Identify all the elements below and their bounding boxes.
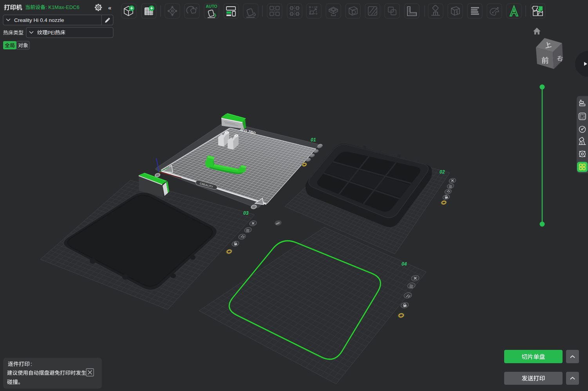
svg-text:: K1Max-EDC6: : K1Max-EDC6 (45, 4, 80, 10)
svg-text:PEI: PEI (47, 30, 56, 36)
svg-text:03: 03 (243, 210, 249, 216)
svg-text:01: 01 (311, 137, 316, 143)
svg-text:04: 04 (402, 261, 407, 267)
svg-text::: : (31, 361, 32, 367)
svg-text:«: « (108, 4, 111, 11)
svg-text:Creality Hi 0.4 nozzle: Creality Hi 0.4 nozzle (14, 17, 64, 23)
svg-text:02: 02 (440, 169, 445, 175)
svg-text:AUTO: AUTO (206, 4, 217, 9)
